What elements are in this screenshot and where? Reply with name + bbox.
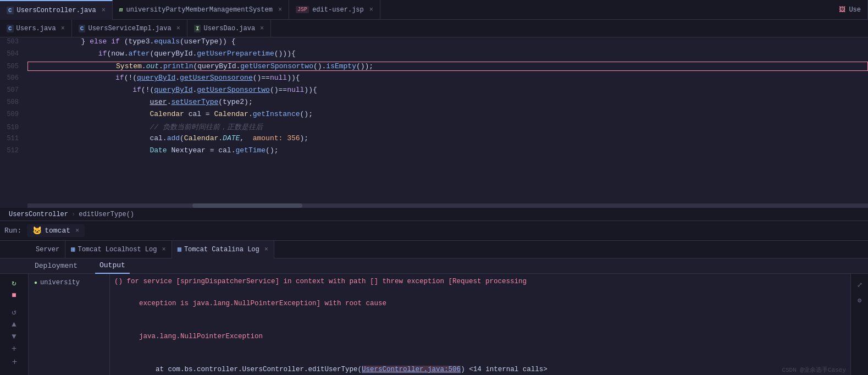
output-label: Output — [99, 261, 125, 269]
c-icon: C — [7, 25, 14, 32]
output-tab[interactable]: Output — [95, 258, 130, 274]
close-icon[interactable]: × — [264, 246, 268, 253]
right-toolbar: ⤢ ⚙ — [850, 274, 868, 375]
refresh-button[interactable]: ↻ — [7, 278, 22, 288]
line-number: 512 — [0, 147, 27, 155]
log-line-2: exception is java.lang.NullPointerExcept… — [114, 287, 846, 320]
code-line-507: 507 if(!(queryById.getUserSponsortwo()==… — [0, 86, 868, 98]
settings-button[interactable]: ≡ — [7, 373, 22, 375]
line-content: if(!(queryById.getUserSponsortwo()==null… — [27, 86, 868, 94]
tab-users-java[interactable]: C Users.java × — [0, 20, 72, 37]
tab-users-controller[interactable]: C UsersController.java × — [0, 0, 113, 20]
breadcrumb-method: editUserType() — [79, 211, 134, 218]
deployment-tab[interactable]: Deployment — [30, 258, 82, 274]
code-line-511: 511 cal.add(Calendar.DATE, amount: 356); — [0, 134, 868, 146]
log-tab-server[interactable]: Server — [30, 241, 65, 258]
line-content: System.out.println(queryById.getUserSpon… — [27, 62, 868, 71]
close-icon[interactable]: × — [369, 6, 373, 14]
line-content: cal.add(Calendar.DATE, amount: 356); — [27, 134, 868, 142]
code-line-506: 506 if(!(queryById.getUserSponsorone()==… — [0, 74, 868, 86]
line-number: 506 — [0, 74, 27, 82]
jsp-icon: JSP — [296, 6, 309, 13]
log-icon: ▦ — [178, 245, 181, 253]
tab-label: Users.java — [16, 25, 56, 32]
down-button[interactable]: ▼ — [7, 332, 22, 341]
stop-button[interactable]: ■ — [7, 291, 22, 300]
tab-edit-user[interactable]: JSP edit-user.jsp × — [289, 0, 380, 20]
tab-use[interactable]: 🖼 Use — [832, 0, 868, 20]
horizontal-scrollbar[interactable] — [27, 203, 868, 208]
log-line-3: java.lang.NullPointerException — [114, 320, 846, 353]
log-output[interactable]: () for service [springDispatcherService]… — [110, 274, 850, 375]
line-content: } else if (type3.equals(userType)) { — [27, 37, 868, 46]
tab-label: edit-user.jsp — [312, 6, 364, 14]
m-icon: m — [119, 7, 123, 13]
deployment-label: Deployment — [35, 262, 78, 270]
line-content: // 负数当前时间往前，正数是往后 — [27, 122, 868, 132]
deployment-tree: ● university — [29, 274, 110, 375]
code-line-510: 510 // 负数当前时间往前，正数是往后 — [0, 122, 868, 134]
line-content: Date Nextyear = cal.getTime(); — [27, 146, 868, 155]
line-number: 508 — [0, 98, 27, 106]
bottom-panel: ↻ ■ ↺ ▲ ▼ + + ≡ ● university () for serv… — [0, 274, 868, 375]
breadcrumb-sep: › — [71, 211, 75, 218]
scrollbar-thumb[interactable] — [192, 203, 302, 208]
close-icon[interactable]: × — [102, 7, 106, 14]
top-tab-bar: C UsersController.java × m universityPar… — [0, 0, 868, 20]
line-number: 510 — [0, 124, 27, 131]
code-line-503: 503 } else if (type3.equals(userType)) { — [0, 37, 868, 49]
close-icon[interactable]: × — [278, 6, 282, 14]
tab-label: universityPartyMemberManagementSystem — [126, 6, 272, 14]
tree-item-university[interactable]: ● university — [31, 277, 107, 288]
close-icon[interactable]: × — [260, 25, 264, 32]
close-icon[interactable]: × — [176, 25, 180, 32]
run-tab-label: tomcat — [45, 227, 70, 235]
add-button[interactable]: + — [7, 344, 22, 354]
filter-button[interactable]: ⚙ — [853, 294, 866, 307]
log-text: java.lang.NullPointerException — [139, 333, 263, 340]
log-post: ) <14 internal calls> — [461, 366, 548, 373]
line-number: 511 — [0, 135, 27, 142]
code-line-504: 504 if(now.after(queryById.getUserPrepar… — [0, 49, 868, 62]
tab-label: UsersDao.java — [203, 25, 255, 32]
deploy-bar: Deployment Output — [0, 258, 868, 274]
log-tab-catalina[interactable]: ▦ Tomcat Catalina Log × — [172, 241, 274, 258]
line-content: user.setUserType(type2); — [27, 98, 868, 106]
log-tab-label: Tomcat Localhost Log — [78, 246, 157, 253]
run-tomcat-tab[interactable]: 🐱 tomcat × — [27, 224, 85, 237]
close-icon[interactable]: × — [162, 246, 165, 253]
line-number: 509 — [0, 111, 27, 118]
code-line-505: 505 System.out.println(queryById.getUser… — [0, 62, 868, 74]
breadcrumb-bar: UsersController › editUserType() — [0, 208, 868, 221]
close-icon[interactable]: × — [61, 25, 65, 32]
left-toolbar: ↻ ■ ↺ ▲ ▼ + + ≡ — [0, 274, 29, 375]
line-number: 507 — [0, 86, 27, 94]
stack-trace-link[interactable]: UsersController.java:506 — [362, 366, 461, 373]
run-bar: Run: 🐱 tomcat × — [0, 221, 868, 241]
i-icon: I — [194, 25, 201, 32]
code-line-509: 509 Calendar cal = Calendar.getInstance(… — [0, 110, 868, 122]
breadcrumb-class: UsersController — [9, 211, 68, 218]
expand-button[interactable]: ⤢ — [853, 278, 866, 291]
watermark: CSDN @业余选手Casey — [782, 366, 846, 374]
tab-university-party[interactable]: m universityPartyMemberManagementSystem … — [113, 0, 289, 20]
log-tab-localhost[interactable]: ▦ Tomcat Localhost Log × — [65, 241, 172, 258]
run-tab-close[interactable]: × — [75, 227, 79, 235]
line-number: 505 — [0, 63, 27, 70]
line-number: 503 — [0, 38, 27, 46]
code-editor: 503 } else if (type3.equals(userType)) {… — [0, 37, 868, 208]
tab-users-service-impl[interactable]: C UsersServiceImpl.java × — [72, 20, 187, 37]
log-tab-label: Tomcat Catalina Log — [184, 246, 259, 253]
status-dot: ● — [34, 280, 37, 286]
add2-button[interactable]: + — [7, 357, 23, 367]
log-line-4: at com.bs.controller.UsersController.edi… — [114, 353, 846, 375]
code-line-508: 508 user.setUserType(type2); — [0, 98, 868, 110]
tab-label: UsersServiceImpl.java — [88, 25, 171, 32]
code-line-512: 512 Date Nextyear = cal.getTime(); — [0, 146, 868, 158]
tab-users-dao[interactable]: I UsersDao.java × — [187, 20, 271, 37]
line-content: if(now.after(queryById.getUserPreparetim… — [27, 49, 868, 58]
tab-label-text: Use — [849, 6, 861, 14]
rerun-button[interactable]: ↺ — [7, 307, 22, 317]
c-icon: C — [7, 7, 14, 14]
up-button[interactable]: ▲ — [7, 320, 22, 329]
